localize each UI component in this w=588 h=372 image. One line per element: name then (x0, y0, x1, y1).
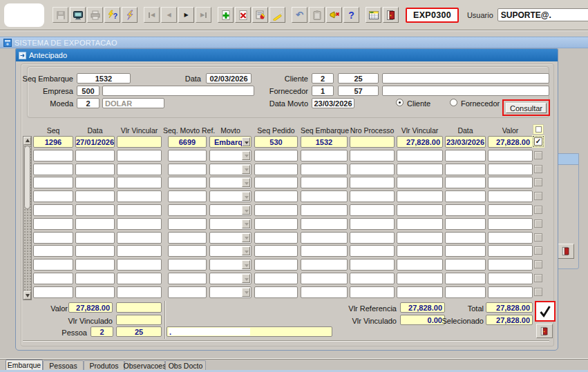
window-exit-button[interactable] (536, 324, 553, 338)
grid-cell-vlr-vincular-2[interactable] (397, 177, 443, 188)
scrollbar-down-button[interactable] (23, 291, 31, 300)
grid-cell-seq-embarque[interactable]: 1532 (301, 136, 348, 148)
grid-cell-nro-processo[interactable] (350, 259, 395, 271)
grid-cell-data-2[interactable] (445, 190, 486, 202)
grid-cell-data[interactable] (75, 190, 115, 202)
grid-cell-data-2[interactable] (445, 232, 486, 244)
movto-dropdown-arrow-icon[interactable] (242, 288, 250, 297)
grid-cell-vlr-vincular-2[interactable] (397, 164, 443, 175)
row-select-checkbox[interactable] (534, 219, 542, 228)
movto-dropdown-arrow-icon[interactable] (242, 178, 250, 187)
grid-cell-data[interactable] (75, 259, 115, 271)
valor-total-field[interactable]: 27,828.00 (68, 302, 113, 313)
grid-cell-seq[interactable] (33, 232, 73, 244)
row-select-checkbox[interactable] (534, 288, 542, 296)
data-field[interactable]: 02/03/2026 (206, 73, 252, 84)
grid-cell-vlr-vincular-2[interactable] (397, 273, 443, 284)
grid-cell-seq[interactable] (33, 190, 73, 202)
grid-cell-data-2[interactable] (445, 245, 486, 257)
grid-cell-nro-processo[interactable] (350, 218, 395, 230)
row-select-checkbox[interactable] (534, 206, 542, 214)
grid-cell-vlr-vincular-2[interactable] (397, 204, 443, 216)
grid-cell-nro-processo[interactable] (350, 136, 395, 148)
movto-dropdown-arrow-icon[interactable] (242, 151, 250, 160)
grid-cell-data[interactable] (75, 204, 115, 216)
row-select-checkbox[interactable] (534, 260, 542, 268)
grid-cell-seq-embarque[interactable] (301, 190, 348, 202)
window-titlebar[interactable]: Antecipado (16, 49, 558, 61)
grid-cell-movto[interactable] (209, 259, 252, 271)
grid-cell-data-2[interactable] (445, 286, 486, 298)
tab-pessoas[interactable]: Pessoas (43, 360, 84, 370)
grid-cell-vlr-vincular[interactable] (117, 177, 162, 188)
cliente-nome-field[interactable] (382, 73, 549, 84)
grid-cell-seq[interactable] (33, 273, 73, 284)
grid-cell-seq-embarque[interactable] (301, 245, 348, 257)
row-select-checkbox[interactable] (534, 246, 542, 255)
grid-cell-vlr-vincular[interactable] (117, 218, 162, 230)
fornecedor-nome-field[interactable] (382, 86, 549, 96)
movto-dropdown-arrow-icon[interactable] (242, 206, 250, 215)
grid-cell-data[interactable] (75, 177, 115, 188)
grid-cell-nro-processo[interactable] (350, 286, 395, 298)
grid-cell-movto[interactable] (209, 273, 252, 284)
radio-cliente[interactable] (396, 99, 404, 106)
grid-cell-movto[interactable]: Embarque (209, 136, 252, 148)
user-input[interactable] (497, 8, 588, 21)
selecionado-field[interactable]: 27,828.00 (486, 315, 533, 325)
grid-cell-seq-embarque[interactable] (301, 232, 348, 244)
grid-cell-nro-processo[interactable] (350, 150, 395, 161)
fornecedor-seq-field[interactable]: 57 (338, 86, 379, 96)
grid-cell-movto[interactable] (209, 286, 252, 298)
grid-cell-seq-movto-ref[interactable]: 6699 (168, 136, 207, 148)
delete-record-button[interactable] (235, 7, 251, 23)
help-button[interactable]: ? (343, 7, 359, 23)
grid-cell-seq[interactable] (33, 177, 73, 188)
grid-cell-seq[interactable] (33, 245, 73, 257)
grid-cell-data[interactable] (75, 232, 115, 244)
grid-cell-data[interactable] (75, 164, 115, 175)
cliente-seq-field[interactable]: 25 (338, 73, 379, 84)
grid-cell-seq[interactable] (33, 150, 73, 161)
grid-cell-seq-pedido[interactable] (254, 204, 298, 216)
grid-cell-movto[interactable] (209, 245, 252, 257)
grid-cell-vlr-vincular[interactable] (117, 190, 162, 202)
grid-cell-seq[interactable]: 1296 (33, 136, 73, 148)
confirm-button[interactable] (535, 301, 556, 322)
cliente-cod-field[interactable]: 2 (312, 73, 334, 84)
grid-cell-vlr-vincular[interactable] (117, 150, 162, 161)
grid-cell-seq-movto-ref[interactable] (168, 273, 207, 284)
grid-cell-vlr-vincular-2[interactable]: 27,828.00 (397, 136, 443, 148)
grid-cell-seq-movto-ref[interactable] (168, 150, 207, 161)
grid-cell-movto[interactable] (209, 204, 252, 216)
grid-cell-seq-embarque[interactable] (301, 273, 348, 284)
grid-cell-seq-pedido[interactable] (254, 232, 298, 244)
data-movto-field[interactable]: 23/03/2026 (312, 98, 354, 108)
grid-cell-valor[interactable] (488, 232, 533, 244)
vlr-vinculado-field[interactable] (116, 315, 162, 325)
grid-cell-nro-processo[interactable] (350, 273, 395, 284)
grid-cell-data-2[interactable] (445, 218, 486, 230)
grid-cell-movto[interactable] (209, 218, 252, 230)
grid-cell-data[interactable] (75, 245, 115, 257)
grid-cell-seq-embarque[interactable] (301, 286, 348, 298)
row-select-checkbox[interactable] (534, 274, 542, 282)
grid-cell-nro-processo[interactable] (350, 204, 395, 216)
grid-cell-vlr-vincular[interactable] (117, 273, 162, 284)
tab-produtos[interactable]: Produtos (84, 360, 124, 370)
grid-cell-valor[interactable] (488, 273, 533, 284)
valor-extra-field[interactable] (116, 302, 162, 313)
grid-cell-movto[interactable] (209, 232, 252, 244)
grid-cell-valor[interactable] (488, 204, 533, 216)
tab-embarque[interactable]: Embarque (6, 360, 43, 370)
grid-cell-seq[interactable] (33, 218, 73, 230)
grid-cell-seq-embarque[interactable] (301, 150, 348, 161)
grid-cell-seq-pedido[interactable] (254, 150, 298, 161)
grid-cell-movto[interactable] (209, 150, 252, 161)
tab-observacoes[interactable]: Observacoes (124, 360, 165, 370)
grid-cell-vlr-vincular-2[interactable] (397, 232, 443, 244)
total-field[interactable]: 27,828.00 (486, 302, 533, 313)
cancel-query-button[interactable] (326, 7, 342, 23)
update-record-button[interactable] (252, 7, 268, 23)
scrollbar-thumb[interactable] (24, 146, 30, 209)
